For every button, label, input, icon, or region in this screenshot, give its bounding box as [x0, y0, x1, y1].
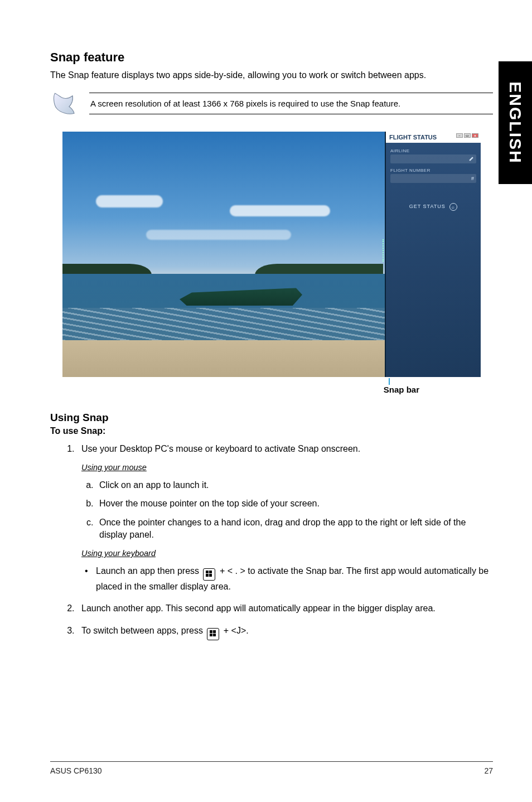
footer-product: ASUS CP6130	[50, 766, 102, 775]
snap-screenshot: FLIGHT STATUS – ▭ x AIRLINE FLIGHT NUMBE…	[62, 132, 481, 377]
airline-label: AIRLINE	[390, 148, 476, 153]
flight-number-field[interactable]: #	[390, 174, 476, 183]
note-hand-icon	[52, 91, 79, 116]
airline-field[interactable]	[390, 154, 476, 163]
mouse-step-c: Once the pointer changes to a hand icon,…	[96, 516, 493, 540]
footer-page-number: 27	[484, 766, 493, 775]
maximize-icon[interactable]: ▭	[464, 133, 471, 138]
mouse-step-a: Click on an app to launch it.	[96, 479, 493, 491]
caption-pointer	[389, 378, 390, 385]
flight-number-label: FLIGHT NUMBER	[390, 168, 476, 173]
intro-paragraph: The Snap feature displays two apps side-…	[50, 69, 493, 81]
sub-using-keyboard: Using your keyboard	[81, 548, 493, 559]
mouse-step-b: Hover the mouse pointer on the top side …	[96, 497, 493, 510]
note-text: A screen resolution of at least 1366 x 7…	[89, 93, 493, 114]
sub-using-mouse: Using your mouse	[81, 462, 493, 474]
language-side-tab: ENGLISH	[499, 61, 532, 184]
windows-key-icon	[203, 568, 215, 581]
windows-key-icon	[207, 628, 219, 640]
close-icon[interactable]: x	[472, 133, 478, 138]
flight-status-panel: FLIGHT STATUS – ▭ x AIRLINE FLIGHT NUMBE…	[386, 132, 481, 377]
search-icon: ⌕	[449, 203, 457, 211]
note-block: A screen resolution of at least 1366 x 7…	[50, 91, 493, 116]
heading-using-snap: Using Snap	[50, 412, 493, 424]
heading-snap-feature: Snap feature	[50, 50, 493, 65]
get-status-button[interactable]: GET STATUS ⌕	[390, 203, 476, 211]
snap-bar-caption: Snap bar	[384, 385, 419, 394]
heading-to-use-snap: To use Snap:	[50, 426, 493, 436]
step-2: Launch another app. This second app will…	[77, 602, 493, 615]
keyboard-step: Launch an app then press + < . > to acti…	[85, 565, 493, 593]
language-side-tab-label: ENGLISH	[506, 81, 525, 163]
window-controls: – ▭ x	[456, 133, 478, 138]
edit-icon	[468, 156, 474, 162]
panel-title: FLIGHT STATUS	[389, 134, 437, 141]
step-1: Use your Desktop PC's mouse or keyboard …	[77, 443, 493, 593]
step-3: To switch between apps, press + <J>.	[77, 625, 493, 640]
minimize-icon[interactable]: –	[456, 133, 463, 138]
page-footer: ASUS CP6130 27	[50, 761, 493, 775]
